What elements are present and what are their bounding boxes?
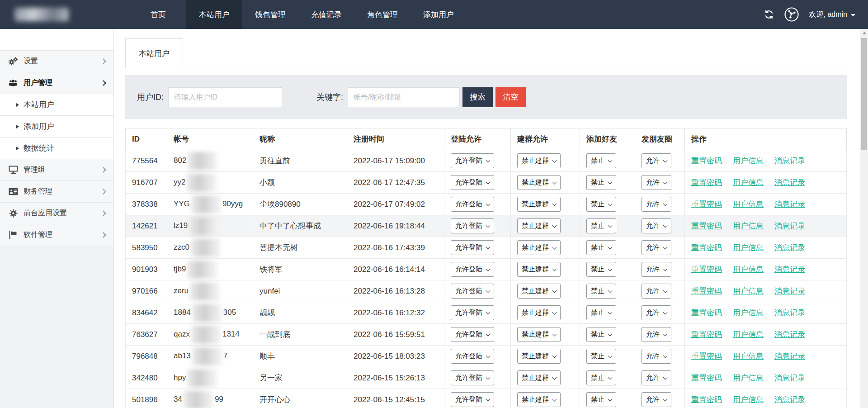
reset-password-link[interactable]: 重置密码 <box>691 287 722 295</box>
reset-password-link[interactable]: 重置密码 <box>691 265 722 274</box>
vertical-scrollbar[interactable] <box>860 29 868 408</box>
add-friend-select[interactable]: 禁止 <box>586 197 616 212</box>
login-allow-select[interactable]: 允许登陆 <box>451 349 494 364</box>
message-log-link[interactable]: 消息记录 <box>774 352 805 361</box>
group-create-select[interactable]: 禁止建群 <box>517 197 561 212</box>
user-info-link[interactable]: 用户信息 <box>733 222 764 230</box>
group-create-select[interactable]: 禁止建群 <box>517 349 561 364</box>
user-info-link[interactable]: 用户信息 <box>733 330 764 339</box>
tab-site-users[interactable]: 本站用户 <box>125 38 183 68</box>
group-create-select[interactable]: 禁止建群 <box>517 370 561 385</box>
message-log-link[interactable]: 消息记录 <box>774 265 805 274</box>
sidebar-item-添加用户[interactable]: 添加用户 <box>0 115 113 137</box>
sidebar-item-本站用户[interactable]: 本站用户 <box>0 94 113 115</box>
login-allow-select[interactable]: 允许登陆 <box>451 392 494 407</box>
user-info-link[interactable]: 用户信息 <box>733 265 764 274</box>
nav-item-添加用户[interactable]: 添加用户 <box>410 0 467 29</box>
add-friend-select[interactable]: 禁止 <box>586 349 616 364</box>
sidebar-item-设置[interactable]: 设置 <box>0 50 113 72</box>
reset-password-link[interactable]: 重置密码 <box>691 178 722 187</box>
sidebar-item-数据统计[interactable]: 数据统计 <box>0 137 113 159</box>
group-create-select[interactable]: 禁止建群 <box>517 153 561 168</box>
user-info-link[interactable]: 用户信息 <box>733 352 764 361</box>
clear-button[interactable]: 清空 <box>495 87 526 107</box>
reset-password-link[interactable]: 重置密码 <box>691 352 722 361</box>
nav-item-首页[interactable]: 首页 <box>130 0 186 29</box>
user-info-link[interactable]: 用户信息 <box>733 178 764 187</box>
login-allow-select[interactable]: 允许登陆 <box>451 262 494 277</box>
user-menu[interactable]: 欢迎, admin <box>809 10 855 19</box>
login-allow-select[interactable]: 允许登陆 <box>451 153 494 168</box>
add-friend-select[interactable]: 禁止 <box>586 153 616 168</box>
moments-select[interactable]: 允许 <box>642 262 671 277</box>
nav-item-充值记录[interactable]: 充值记录 <box>298 0 354 29</box>
group-create-select[interactable]: 禁止建群 <box>517 392 561 407</box>
reset-password-link[interactable]: 重置密码 <box>691 243 722 252</box>
user-info-link[interactable]: 用户信息 <box>733 287 764 295</box>
nav-item-钱包管理[interactable]: 钱包管理 <box>242 0 298 29</box>
message-log-link[interactable]: 消息记录 <box>774 222 805 230</box>
group-create-select[interactable]: 禁止建群 <box>517 262 561 277</box>
group-create-select[interactable]: 禁止建群 <box>517 327 561 342</box>
message-log-link[interactable]: 消息记录 <box>774 157 805 165</box>
moments-select[interactable]: 允许 <box>642 218 671 233</box>
user-info-link[interactable]: 用户信息 <box>733 395 764 404</box>
login-allow-select[interactable]: 允许登陆 <box>451 240 494 255</box>
message-log-link[interactable]: 消息记录 <box>774 330 805 339</box>
reset-password-link[interactable]: 重置密码 <box>691 395 722 404</box>
login-allow-select[interactable]: 允许登陆 <box>451 197 494 212</box>
message-log-link[interactable]: 消息记录 <box>774 287 805 295</box>
avatar[interactable] <box>784 7 799 22</box>
nav-item-角色管理[interactable]: 角色管理 <box>354 0 410 29</box>
group-create-select[interactable]: 禁止建群 <box>517 218 561 233</box>
user-info-link[interactable]: 用户信息 <box>733 157 764 165</box>
user-info-link[interactable]: 用户信息 <box>733 200 764 209</box>
reset-password-link[interactable]: 重置密码 <box>691 157 722 165</box>
sidebar-item-前台应用设置[interactable]: 前台应用设置 <box>0 202 113 224</box>
nav-item-本站用户[interactable]: 本站用户 <box>186 0 242 29</box>
add-friend-select[interactable]: 禁止 <box>586 305 616 320</box>
sidebar-item-用户管理[interactable]: 用户管理 <box>0 72 113 94</box>
sidebar-item-软件管理[interactable]: 软件管理 <box>0 224 113 246</box>
login-allow-select[interactable]: 允许登陆 <box>451 370 494 385</box>
sidebar-item-财务管理[interactable]: 财务管理 <box>0 180 113 202</box>
message-log-link[interactable]: 消息记录 <box>774 308 805 317</box>
add-friend-select[interactable]: 禁止 <box>586 284 616 299</box>
moments-select[interactable]: 允许 <box>642 305 671 320</box>
moments-select[interactable]: 允许 <box>642 153 671 168</box>
add-friend-select[interactable]: 禁止 <box>586 370 616 385</box>
message-log-link[interactable]: 消息记录 <box>774 243 805 252</box>
message-log-link[interactable]: 消息记录 <box>774 395 805 404</box>
add-friend-select[interactable]: 禁止 <box>586 218 616 233</box>
moments-select[interactable]: 允许 <box>642 370 671 385</box>
reset-password-link[interactable]: 重置密码 <box>691 200 722 209</box>
add-friend-select[interactable]: 禁止 <box>586 327 616 342</box>
moments-select[interactable]: 允许 <box>642 349 671 364</box>
scrollbar-thumb[interactable] <box>861 38 867 150</box>
group-create-select[interactable]: 禁止建群 <box>517 175 561 190</box>
login-allow-select[interactable]: 允许登陆 <box>451 305 494 320</box>
reset-password-link[interactable]: 重置密码 <box>691 222 722 230</box>
add-friend-select[interactable]: 禁止 <box>586 175 616 190</box>
user-info-link[interactable]: 用户信息 <box>733 243 764 252</box>
group-create-select[interactable]: 禁止建群 <box>517 305 561 320</box>
moments-select[interactable]: 允许 <box>642 175 671 190</box>
moments-select[interactable]: 允许 <box>642 392 671 407</box>
login-allow-select[interactable]: 允许登陆 <box>451 327 494 342</box>
user-info-link[interactable]: 用户信息 <box>733 308 764 317</box>
add-friend-select[interactable]: 禁止 <box>586 240 616 255</box>
sidebar-item-管理组[interactable]: 管理组 <box>0 159 113 180</box>
moments-select[interactable]: 允许 <box>642 197 671 212</box>
message-log-link[interactable]: 消息记录 <box>774 200 805 209</box>
scroll-up-icon[interactable] <box>863 32 866 34</box>
group-create-select[interactable]: 禁止建群 <box>517 284 561 299</box>
moments-select[interactable]: 允许 <box>642 240 671 255</box>
moments-select[interactable]: 允许 <box>642 284 671 299</box>
reset-password-link[interactable]: 重置密码 <box>691 374 722 382</box>
moments-select[interactable]: 允许 <box>642 327 671 342</box>
reset-password-link[interactable]: 重置密码 <box>691 308 722 317</box>
message-log-link[interactable]: 消息记录 <box>774 178 805 187</box>
search-button[interactable]: 搜索 <box>462 87 493 107</box>
user-info-link[interactable]: 用户信息 <box>733 374 764 382</box>
reset-password-link[interactable]: 重置密码 <box>691 330 722 339</box>
